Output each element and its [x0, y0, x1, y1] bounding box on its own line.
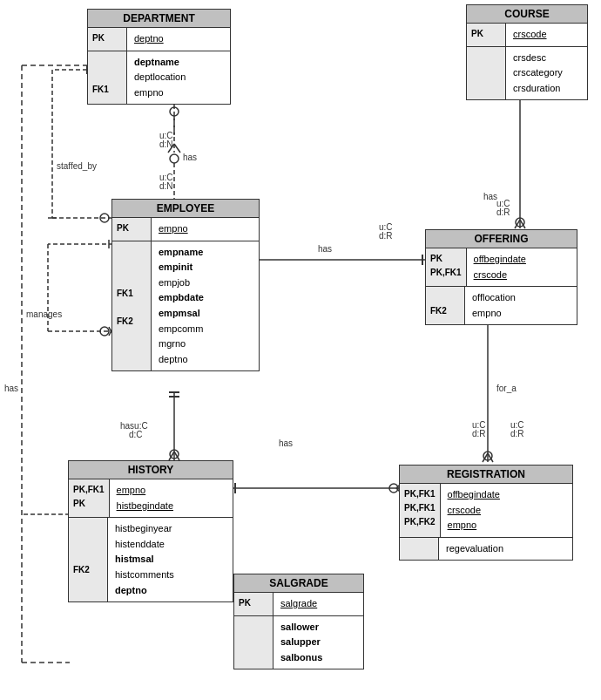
off-offlocation: offlocation	[472, 290, 516, 306]
sal-section-1: PK salgrade	[234, 593, 363, 615]
label-has-course: has	[483, 192, 497, 201]
off-pkfk1: PK,FK1	[430, 266, 462, 280]
course-section-2: crsdesc crscategory crsduration	[467, 46, 587, 100]
label-dr-course: d:R	[496, 207, 510, 217]
reg-keys-2	[400, 538, 439, 561]
course-header: COURSE	[467, 5, 587, 24]
course-attrs-2: crsdesc crscategory crsduration	[506, 47, 570, 100]
sal-salbonus: salbonus	[280, 650, 322, 666]
emp-empno: empno	[159, 221, 188, 237]
label-dn-dept-top: d:N	[159, 139, 173, 149]
course-keys-2	[467, 47, 506, 100]
off-empno: empno	[472, 306, 516, 322]
dept-pk: PK	[92, 31, 122, 45]
off-attrs-1: offbegindate crscode	[467, 248, 533, 286]
sal-salupper: salupper	[280, 635, 322, 650]
hist-empty1	[73, 521, 103, 535]
off-keys-2: FK2	[426, 287, 465, 324]
emp-empty1	[117, 245, 146, 259]
dept-fk1: FK1	[92, 83, 122, 97]
course-crsduration: crsduration	[513, 81, 563, 97]
emp-empty3	[117, 273, 146, 287]
reg-crscode: crscode	[448, 503, 500, 519]
registration-header: REGISTRATION	[400, 466, 572, 484]
hist-attrs-1: empno histbegindate	[110, 479, 180, 517]
emp-empjob: empjob	[159, 275, 204, 291]
hist-empty2	[73, 535, 103, 549]
label-has-emp-off: has	[318, 244, 332, 254]
dept-empty2	[92, 69, 122, 83]
emp-attrs-1: empno	[152, 218, 195, 241]
sal-sallower: sallower	[280, 620, 322, 635]
reg-regevaluation: regevaluation	[446, 541, 503, 557]
department-entity: DEPARTMENT PK deptno FK1 deptname deptlo…	[87, 9, 231, 105]
hist-empno: empno	[117, 483, 173, 499]
emp-attrs-2: empname empinit empjob empbdate empmsal …	[152, 241, 211, 371]
hist-histmsal: histmsal	[115, 552, 174, 567]
hist-histbeginyear: histbeginyear	[115, 521, 174, 537]
course-empty2	[471, 65, 501, 78]
svg-point-22	[100, 327, 109, 336]
off-attrs-2: offlocation empno	[465, 287, 523, 324]
svg-line-37	[515, 220, 520, 228]
hist-empty3	[73, 549, 103, 563]
off-fk2: FK2	[430, 304, 460, 318]
course-crsdesc: crsdesc	[513, 51, 563, 66]
emp-fk2: FK2	[117, 315, 146, 329]
off-section-1: PK PK,FK1 offbegindate crscode	[426, 248, 577, 286]
svg-point-9	[170, 154, 179, 163]
hist-fk2: FK2	[73, 563, 103, 577]
sal-salgrade: salgrade	[280, 596, 317, 612]
course-crscategory: crscategory	[513, 65, 563, 81]
sal-keys-1: PK	[234, 593, 273, 615]
hist-section-2: FK2 histbeginyear histenddate histmsal h…	[69, 517, 233, 601]
sal-pk: PK	[239, 596, 268, 610]
off-offbegindate: offbegindate	[474, 252, 526, 268]
diagram-container: COURSE PK crscode crsdesc crscategory cr…	[0, 0, 601, 700]
hist-keys-2: FK2	[69, 518, 108, 601]
hist-pk: PK	[73, 497, 105, 511]
label-dr-reg: d:R	[472, 429, 486, 438]
course-attrs-1: crscode	[506, 24, 554, 46]
history-entity: HISTORY PK,FK1 PK empno histbegindate FK…	[68, 460, 233, 602]
reg-section-1: PK,FK1 PK,FK1 PK,FK2 offbegindate crscod…	[400, 484, 572, 537]
employee-header: EMPLOYEE	[112, 200, 259, 218]
label-has-dept: has	[183, 153, 197, 162]
svg-line-51	[169, 452, 174, 460]
reg-pkfk1-1: PK,FK1	[404, 487, 436, 501]
dept-keys-1: PK	[88, 28, 127, 51]
svg-point-50	[170, 450, 179, 459]
sal-attrs-1: salgrade	[273, 593, 324, 615]
emp-deptno: deptno	[159, 352, 204, 368]
hist-keys-1: PK,FK1 PK	[69, 479, 110, 517]
reg-empty1	[404, 541, 434, 555]
emp-empcomm: empcomm	[159, 322, 204, 337]
label-staffed-by: staffed_by	[57, 161, 97, 171]
dept-section-1: PK deptno	[88, 28, 230, 51]
svg-point-43	[483, 452, 492, 460]
label-dn-emp-dept: d:N	[159, 181, 173, 191]
dept-attrs-1: deptno	[127, 28, 171, 51]
offering-header: OFFERING	[426, 230, 577, 248]
svg-line-38	[520, 220, 525, 228]
hist-histcomments: histcomments	[115, 567, 174, 583]
emp-fk1: FK1	[117, 287, 146, 301]
emp-empty4	[117, 301, 146, 315]
label-has-emp-hist: has	[279, 438, 293, 448]
dept-deptname: deptname	[134, 55, 186, 71]
off-empty1	[430, 290, 460, 304]
course-keys-1: PK	[467, 24, 506, 46]
off-crscode: crscode	[474, 268, 526, 283]
salgrade-entity: SALGRADE PK salgrade sallower salupper s…	[233, 574, 364, 669]
emp-section-1: PK empno	[112, 218, 259, 241]
svg-line-8	[174, 144, 180, 153]
sal-empty1	[239, 620, 268, 634]
svg-point-5	[170, 107, 179, 116]
hist-attrs-2: histbeginyear histenddate histmsal histc…	[108, 518, 181, 601]
dept-deptlocation: deptlocation	[134, 70, 186, 85]
label-manages: manages	[26, 309, 62, 319]
label-has-left: has	[4, 384, 18, 393]
salgrade-header: SALGRADE	[234, 574, 363, 593]
dept-section-2: FK1 deptname deptlocation empno	[88, 51, 230, 105]
emp-section-2: FK1 FK2 empname empinit empjob empbdate …	[112, 241, 259, 371]
